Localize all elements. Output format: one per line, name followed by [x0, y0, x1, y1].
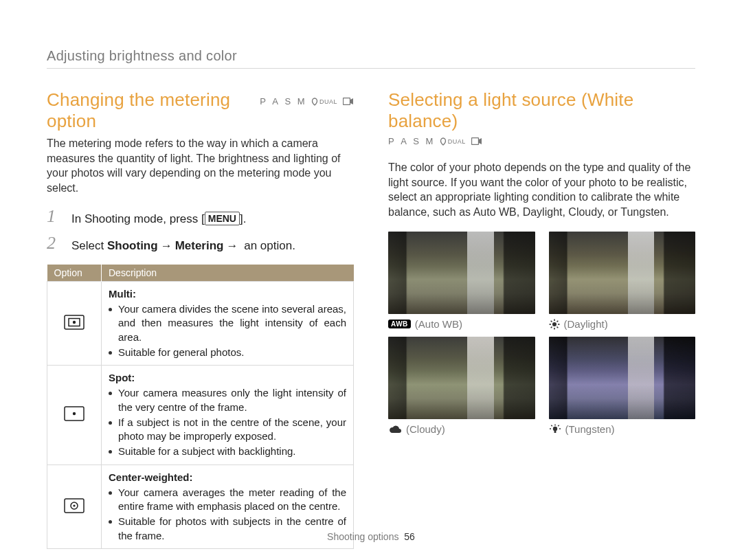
opt-multi-bullet: Your camera divides the scene into sever… — [109, 302, 346, 344]
opt-spot-bullet: If a subject is not in the centre of the… — [109, 416, 346, 444]
movie-icon — [471, 137, 482, 145]
footer-section: Shooting options — [327, 531, 398, 542]
cloud-icon — [388, 425, 402, 434]
svg-line-16 — [556, 326, 558, 328]
sun-icon — [549, 319, 560, 330]
mode-m: M — [426, 136, 434, 146]
spot-metering-icon — [47, 366, 102, 465]
svg-point-19 — [552, 427, 556, 431]
page-footer: Shooting options 56 — [0, 531, 742, 542]
mode-indicator-icons: P A S M DUAL — [388, 136, 482, 146]
wb-sample-auto: AWB (Auto WB) — [388, 232, 535, 330]
metering-title: Changing the metering option — [47, 89, 247, 132]
mode-a: A — [272, 96, 279, 107]
right-column: Selecting a light source (White balance)… — [388, 89, 695, 549]
awb-icon: AWB — [388, 320, 411, 328]
bulb-icon — [549, 424, 561, 435]
step-1-num: 1 — [47, 208, 62, 228]
th-description: Description — [102, 265, 354, 282]
svg-line-24 — [551, 425, 552, 427]
opt-spot-bullet: Your camera measures only the light inte… — [109, 386, 346, 414]
wb-intro: The color of your photo depends on the t… — [388, 160, 695, 219]
svg-line-25 — [558, 425, 559, 427]
footer-page-number: 56 — [404, 531, 415, 542]
mode-m: M — [297, 96, 306, 107]
mode-p: P — [388, 136, 395, 146]
svg-point-5 — [73, 412, 76, 415]
sample-label: (Cloudy) — [406, 423, 445, 435]
opt-spot-bullet: Suitable for a subject with backlighting… — [109, 445, 346, 458]
metering-title-row: Changing the metering option P A S M DUA… — [47, 89, 354, 132]
wb-sample-tungsten: (Tungsten) — [549, 337, 696, 435]
multi-metering-icon — [47, 281, 102, 365]
metering-intro: The metering mode refers to the way in w… — [47, 136, 354, 195]
svg-line-18 — [550, 326, 552, 328]
opt-multi-title: Multi: — [109, 287, 346, 301]
step-1-text: In Shooting mode, press [MENU]. — [71, 208, 246, 228]
th-option: Option — [47, 265, 102, 282]
dual-icon: DUAL — [311, 98, 337, 106]
svg-rect-9 — [471, 138, 478, 145]
svg-rect-20 — [554, 431, 556, 433]
mode-p: P — [260, 96, 267, 107]
opt-cw-bullet: Your camera averages the meter reading o… — [109, 486, 346, 514]
step-1: 1 In Shooting mode, press [MENU]. — [47, 208, 354, 228]
menu-button-label: MENU — [205, 212, 240, 225]
left-column: Changing the metering option P A S M DUA… — [47, 89, 354, 549]
svg-point-8 — [73, 504, 75, 506]
sample-label: (Daylight) — [564, 318, 608, 330]
svg-rect-0 — [344, 98, 350, 105]
table-row: Spot: Your camera measures only the ligh… — [47, 366, 354, 465]
wb-sample-cloudy: (Cloudy) — [388, 337, 535, 435]
mode-s: S — [284, 96, 291, 107]
sample-label: (Tungsten) — [565, 423, 615, 435]
step-2: 2 Select Shooting→Metering→ an option. — [47, 234, 354, 255]
mode-s: S — [413, 136, 420, 146]
svg-line-17 — [556, 321, 558, 322]
sample-image — [388, 232, 535, 314]
wb-sample-daylight: (Daylight) — [549, 232, 696, 330]
mode-a: A — [401, 136, 407, 146]
table-row: Multi: Your camera divides the scene int… — [47, 281, 354, 365]
svg-point-10 — [552, 322, 556, 326]
breadcrumb: Adjusting brightness and color — [47, 48, 695, 69]
sample-image — [388, 337, 535, 419]
metering-options-table: Option Description Multi: Your camera di… — [47, 265, 354, 549]
dual-icon: DUAL — [440, 137, 466, 146]
sample-label: (Auto WB) — [415, 318, 462, 330]
step-2-num: 2 — [47, 234, 62, 255]
svg-point-3 — [73, 321, 76, 324]
opt-multi-bullet: Suitable for general photos. — [109, 346, 346, 359]
movie-icon — [343, 98, 354, 105]
wb-sample-grid: AWB (Auto WB) (Daylight) (Cloudy) — [388, 232, 695, 435]
sample-image — [549, 337, 696, 419]
opt-cw-title: Center-weighted: — [109, 471, 346, 484]
svg-line-15 — [550, 321, 552, 322]
step-2-text: Select Shooting→Metering→ an option. — [71, 234, 295, 255]
mode-indicator-icons: P A S M DUAL — [260, 96, 354, 107]
sample-image — [549, 232, 696, 314]
wb-title: Selecting a light source (White balance) — [388, 89, 695, 132]
opt-spot-title: Spot: — [109, 371, 346, 385]
